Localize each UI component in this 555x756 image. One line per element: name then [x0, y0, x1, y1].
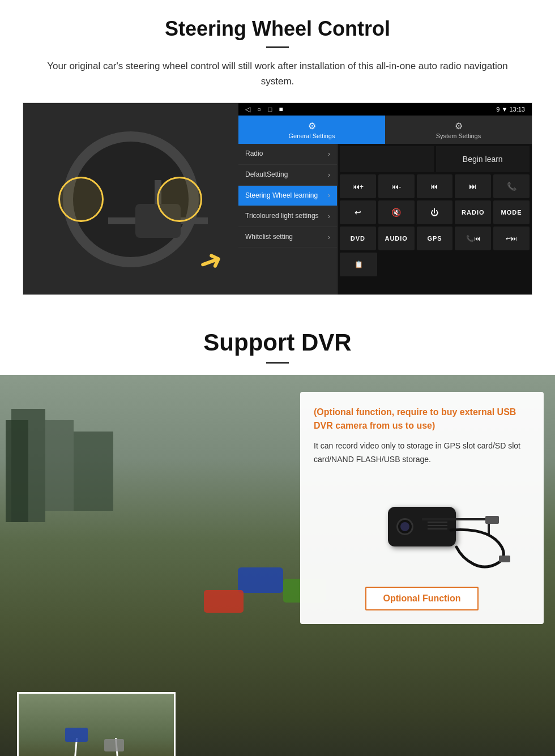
- dvr-optional-title: (Optional function, require to buy exter…: [314, 405, 530, 433]
- controls-row-3: DVD AUDIO GPS 📞⏮ ↩⏭: [340, 227, 530, 250]
- phone-prev-button[interactable]: 📞⏮: [455, 227, 491, 250]
- phone-button[interactable]: 📞: [493, 174, 530, 198]
- menu-chevron-icon: ›: [328, 171, 330, 179]
- dvr-title: Support DVR: [0, 329, 555, 356]
- menu-item-radio[interactable]: Radio ›: [238, 144, 337, 165]
- highlight-left: [58, 177, 104, 222]
- vol-down-icon: ⏮-: [391, 182, 401, 191]
- optional-function-button[interactable]: Optional Function: [365, 587, 479, 610]
- menu-item-steering-wheel[interactable]: Steering Wheel learning ›: [238, 186, 337, 207]
- signal-icon: 9 ▼ 13:13: [496, 106, 525, 113]
- dvr-camera-illustration: [314, 476, 530, 578]
- audio-button[interactable]: AUDIO: [378, 227, 415, 250]
- dvr-description: It can record video only to storage in G…: [314, 439, 530, 467]
- menu-item-whitelist[interactable]: Whitelist setting ›: [238, 227, 337, 248]
- controls-row-2: ↩ 🔇 ⏻ RADIO MODE: [340, 200, 530, 224]
- radio-label: RADIO: [462, 209, 484, 216]
- camera-lens-inner: [400, 522, 409, 531]
- menu-chevron-active-icon: ›: [328, 191, 330, 199]
- controls-empty-space: [340, 146, 434, 172]
- dvr-info-card: (Optional function, require to buy exter…: [300, 392, 544, 624]
- android-content: Radio › DefaultSetting › Steering Wheel …: [238, 144, 532, 295]
- radio-button[interactable]: RADIO: [455, 200, 491, 224]
- steering-subtitle: Your original car's steering wheel contr…: [45, 58, 510, 89]
- android-panel: ◁ ○ □ ■ 9 ▼ 13:13 ⚙ General Settings ⚙ S…: [238, 103, 532, 295]
- page-title: Steering Wheel Control: [23, 17, 532, 41]
- begin-learn-button[interactable]: Begin learn: [436, 146, 530, 172]
- vol-down-button[interactable]: ⏮-: [378, 174, 415, 198]
- controls-row-4: 📋: [340, 253, 530, 276]
- tab-system-settings[interactable]: ⚙ System Settings: [385, 116, 532, 144]
- arrow-icon: ➜: [194, 242, 227, 281]
- statusbar-status: 9 ▼ 13:13: [496, 106, 525, 113]
- steering-wheel-image: ➜: [23, 103, 238, 295]
- mute-icon: 🔇: [391, 208, 401, 217]
- back-next-icon: ↩⏭: [506, 235, 517, 242]
- camera-lens: [396, 518, 413, 535]
- menu-item-whitelist-label: Whitelist setting: [245, 233, 293, 242]
- extra-button[interactable]: 📋: [340, 253, 377, 276]
- prev-track-button[interactable]: ⏮: [417, 174, 453, 198]
- dvr-content-area: (Optional function, require to buy exter…: [0, 375, 555, 756]
- preview-road-bg: [19, 694, 174, 756]
- dvd-button[interactable]: DVD: [340, 227, 376, 250]
- vol-up-button[interactable]: ⏮+: [340, 174, 376, 198]
- menu-item-default-label: DefaultSetting: [245, 170, 288, 180]
- vol-up-icon: ⏮+: [352, 182, 364, 191]
- menu-item-tricoloured-label: Tricoloured light settings: [245, 212, 319, 221]
- controls-row-1: ⏮+ ⏮- ⏮ ⏭ 📞: [340, 174, 530, 198]
- next-track-button[interactable]: ⏭: [455, 174, 491, 198]
- back-call-icon: ↩: [355, 208, 361, 217]
- menu-chevron-icon: ›: [328, 212, 330, 220]
- audio-label: AUDIO: [385, 235, 407, 242]
- menu-chevron-icon: ›: [328, 233, 330, 241]
- prev-track-icon: ⏮: [430, 182, 438, 191]
- android-statusbar: ◁ ○ □ ■ 9 ▼ 13:13: [238, 103, 532, 116]
- phone-icon: 📞: [507, 182, 516, 191]
- power-button[interactable]: ⏻: [417, 200, 453, 224]
- statusbar-nav-icons: ◁ ○ □ ■: [245, 105, 283, 113]
- tab-general-settings[interactable]: ⚙ General Settings: [238, 116, 385, 144]
- back-next-button[interactable]: ↩⏭: [493, 227, 530, 250]
- dvr-camera-preview: [17, 692, 176, 756]
- back-icon: ◁: [245, 105, 250, 113]
- next-track-icon: ⏭: [469, 182, 477, 191]
- steering-demo: ➜ ◁ ○ □ ■ 9 ▼ 13:13 ⚙: [23, 102, 532, 295]
- steering-wheel-graphic: ➜: [46, 120, 216, 279]
- phone-prev-icon: 📞⏮: [466, 235, 480, 242]
- mute-button[interactable]: 🔇: [378, 200, 415, 224]
- menu-item-steering-label: Steering Wheel learning: [245, 191, 318, 200]
- svg-rect-0: [499, 556, 510, 562]
- dvd-label: DVD: [351, 235, 365, 242]
- power-icon: ⏻: [430, 208, 438, 217]
- menu-chevron-icon: ›: [328, 150, 330, 158]
- back-call-button[interactable]: ↩: [340, 200, 376, 224]
- cable-svg: [445, 524, 513, 570]
- usb-plug: [485, 516, 499, 524]
- title-divider: [266, 46, 289, 48]
- settings-menu: Radio › DefaultSetting › Steering Wheel …: [238, 144, 338, 295]
- mode-label: MODE: [501, 209, 522, 216]
- dvr-title-container: Support DVR: [0, 306, 555, 375]
- menu-item-default-setting[interactable]: DefaultSetting ›: [238, 165, 337, 186]
- dvr-section: Support DVR (Op: [0, 306, 555, 756]
- tab-general-label: General Settings: [289, 133, 335, 139]
- mode-button[interactable]: MODE: [493, 200, 530, 224]
- system-settings-icon: ⚙: [455, 121, 463, 131]
- steering-controls-area: Begin learn ⏮+ ⏮- ⏮: [338, 144, 532, 295]
- menu-item-radio-label: Radio: [245, 150, 263, 159]
- extra-icon: 📋: [355, 260, 363, 268]
- highlight-right: [157, 177, 202, 222]
- menu-icon: ■: [279, 105, 283, 113]
- begin-learn-row: Begin learn: [340, 146, 530, 172]
- recent-icon: □: [268, 105, 272, 113]
- steering-section: Steering Wheel Control Your original car…: [0, 0, 555, 306]
- android-tabs: ⚙ General Settings ⚙ System Settings: [238, 116, 532, 144]
- dvr-title-divider: [266, 362, 289, 364]
- menu-item-tricoloured[interactable]: Tricoloured light settings ›: [238, 206, 337, 227]
- gps-button[interactable]: GPS: [417, 227, 453, 250]
- gps-label: GPS: [427, 235, 442, 242]
- general-settings-icon: ⚙: [308, 121, 316, 131]
- tab-system-label: System Settings: [436, 133, 481, 139]
- home-icon: ○: [257, 105, 261, 113]
